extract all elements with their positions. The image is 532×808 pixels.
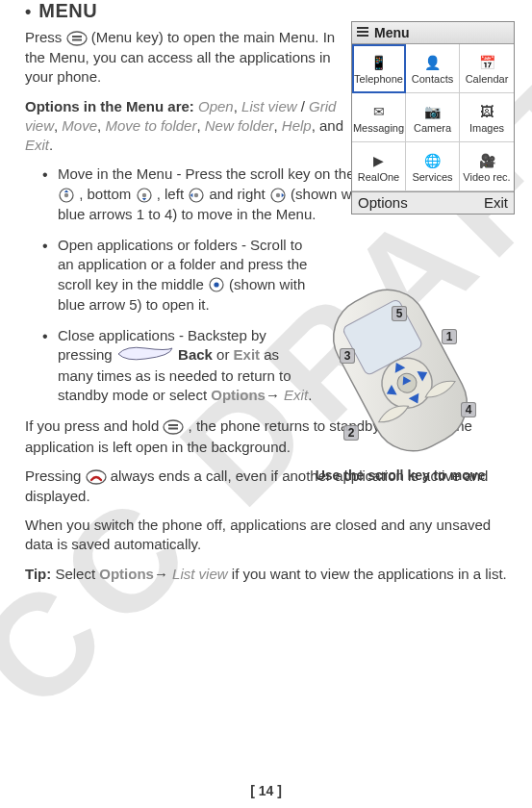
heading-bullet: • [25, 2, 31, 22]
camera-icon: 📷 [421, 102, 444, 121]
calendar-icon: 📅 [475, 53, 498, 72]
opt-movetofolder: Move to folder [105, 117, 196, 134]
opt-move: Move [62, 117, 97, 134]
callout-4: 4 [461, 402, 476, 417]
menu-app-contacts[interactable]: 👤Contacts [406, 44, 460, 93]
power-off-paragraph: When you switch the phone off, applicati… [25, 516, 511, 555]
scroll-center-icon [208, 275, 225, 294]
softkey-back-icon [116, 346, 174, 366]
video-icon: 🎥 [475, 151, 498, 170]
softkey-options[interactable]: Options [358, 194, 408, 211]
tip-label: Tip: [25, 566, 55, 582]
svg-point-7 [141, 192, 145, 196]
menu-grid: 📱Telephone 👤Contacts 📅Calendar ✉Messagin… [352, 44, 514, 191]
opt-help: Help [282, 117, 312, 134]
bullet-open: Open applications or folders - Scroll to… [42, 236, 317, 315]
menu-app-videorec[interactable]: 🎥Video rec. [460, 142, 514, 191]
menu-key-icon-2 [163, 417, 184, 437]
contacts-icon: 👤 [421, 53, 444, 72]
end-call-key-icon [86, 467, 107, 487]
tip-paragraph: Tip: Select Options→ List view if you wa… [25, 565, 511, 584]
softkey-exit[interactable]: Exit [484, 194, 508, 211]
menu-app-calendar[interactable]: 📅Calendar [460, 44, 514, 93]
opt-newfolder: New folder [205, 117, 274, 134]
svg-point-16 [214, 283, 218, 288]
tip-listview: List view [172, 566, 228, 582]
images-icon: 🖼 [475, 102, 498, 121]
svg-rect-21 [357, 27, 368, 29]
menu-softkeys: Options Exit [352, 191, 514, 214]
opt-open: Open [198, 98, 234, 114]
scroll-down-icon [136, 186, 153, 205]
tip-options: Options [99, 566, 154, 582]
menu-screenshot: Menu 📱Telephone 👤Contacts 📅Calendar ✉Mes… [351, 21, 515, 215]
menu-titlebar: Menu [352, 22, 514, 44]
options-lead: Options in the Menu are: [25, 98, 198, 114]
messaging-icon: ✉ [367, 102, 391, 121]
callout-2: 2 [343, 425, 359, 441]
scroll-right-icon [269, 186, 287, 205]
intro-paragraph: Press (Menu key) to open the main Menu. … [25, 28, 352, 88]
bullet-close: Close applications - Backstep by pressin… [42, 326, 317, 405]
menu-burger-icon [356, 25, 369, 40]
page-number: [ 14 ] [0, 783, 532, 798]
svg-rect-23 [357, 35, 368, 37]
heading-row: • MENU [25, 0, 511, 22]
phone-icon: 📱 [367, 53, 391, 72]
menu-title-text: Menu [374, 25, 410, 40]
svg-point-13 [276, 192, 280, 196]
menu-app-realone[interactable]: ▶RealOne [352, 142, 406, 191]
exit-label: Exit [234, 346, 261, 363]
phone-figure: 1 2 3 4 5 Use the scroll key to move [290, 279, 511, 483]
svg-point-10 [194, 192, 198, 196]
scroll-left-icon [188, 186, 205, 205]
page-content: • MENU Press (Menu key) to open the main… [0, 0, 532, 808]
menu-app-camera[interactable]: 📷Camera [406, 93, 460, 142]
menu-app-telephone[interactable]: 📱Telephone [352, 44, 406, 93]
intro-text-a: Press [25, 29, 66, 45]
back-label: Back [178, 346, 213, 363]
svg-point-4 [64, 192, 68, 196]
options-paragraph: Options in the Menu are: Open, List view… [25, 97, 352, 156]
callout-1: 1 [442, 329, 457, 344]
services-icon: 🌐 [421, 151, 444, 170]
menu-app-services[interactable]: 🌐Services [406, 142, 460, 191]
svg-rect-19 [168, 428, 178, 430]
svg-rect-22 [357, 31, 368, 33]
realone-icon: ▶ [367, 151, 391, 170]
opt-listview: List view [241, 98, 297, 114]
phone-caption: Use the scroll key to move [290, 467, 511, 483]
scroll-up-icon [58, 186, 75, 205]
menu-app-images[interactable]: 🖼Images [460, 93, 514, 142]
callout-3: 3 [340, 348, 355, 364]
opt-exit: Exit [25, 137, 49, 153]
svg-point-0 [67, 32, 87, 45]
callout-5: 5 [392, 306, 407, 321]
svg-rect-18 [168, 424, 178, 426]
page-title: MENU [38, 0, 97, 22]
svg-rect-1 [72, 36, 82, 38]
bullet-move: Move in the Menu - Press the scroll key … [42, 164, 385, 224]
menu-app-messaging[interactable]: ✉Messaging [352, 93, 406, 142]
svg-rect-2 [72, 38, 82, 40]
options-label: Options [211, 387, 266, 403]
menu-key-icon [66, 29, 88, 48]
svg-point-17 [164, 420, 183, 434]
